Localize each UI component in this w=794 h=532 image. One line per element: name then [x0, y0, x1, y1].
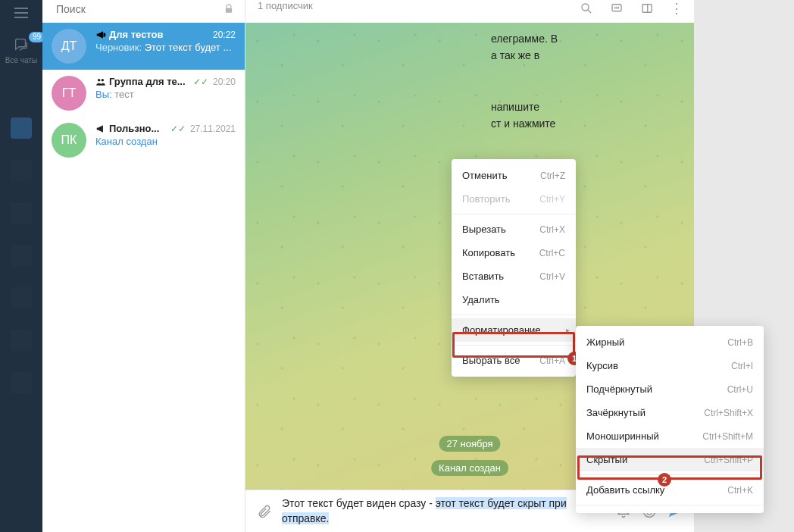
chat-title: Группа для те...	[109, 76, 190, 87]
more-menu-icon[interactable]: ⋮	[670, 0, 683, 17]
context-menu-edit: ОтменитьCtrl+Z ПовторитьCtrl+Y ВырезатьC…	[452, 159, 576, 377]
chats-icon	[11, 36, 31, 53]
megaphone-icon	[95, 30, 106, 40]
nav-item[interactable]	[11, 372, 32, 393]
read-checks-icon: ✓✓	[193, 77, 208, 87]
chat-title: Для тестов	[109, 29, 210, 40]
all-chats-label: Все чаты	[5, 56, 37, 64]
fmt-monospace[interactable]: МоноширинныйCtrl+Shift+M	[576, 424, 764, 448]
svg-point-1	[102, 78, 105, 81]
chat-item[interactable]: ДТ Для тестов 20:22 Черновик: Этот текст…	[42, 23, 245, 70]
avatar: ДТ	[52, 29, 86, 64]
ctx-select-all[interactable]: Выбрать всёCtrl+A	[452, 349, 576, 372]
all-chats-nav[interactable]: 99 Все чаты	[5, 36, 37, 64]
nav-item[interactable]	[11, 160, 32, 181]
chat-header: 1 подписчик ⋮	[245, 0, 694, 23]
svg-point-2	[582, 4, 589, 11]
chat-preview: Черновик: Этот текст будет ...	[95, 42, 236, 53]
chat-item[interactable]: ГТ Группа для те... ✓✓ 20:20 Вы: тест	[42, 70, 245, 117]
ctx-delete[interactable]: Удалить	[452, 288, 576, 311]
search-icon[interactable]	[579, 1, 594, 16]
chat-preview: Вы: тест	[95, 89, 236, 100]
nav-item[interactable]	[11, 202, 32, 224]
discussion-icon[interactable]	[609, 1, 624, 16]
nav-item[interactable]	[11, 287, 32, 308]
nav-item[interactable]	[11, 245, 32, 266]
chat-time: 27.11.2021	[190, 124, 236, 134]
menu-separator	[452, 345, 576, 346]
menu-separator	[452, 315, 576, 315]
search-row	[42, 0, 245, 23]
context-menu-formatting: ЖирныйCtrl+B КурсивCtrl+I ПодчёркнутыйCt…	[576, 326, 764, 513]
chat-time: 20:22	[213, 30, 236, 40]
sidebar-toggle-icon[interactable]	[639, 1, 655, 16]
partial-message-text: елеграмме. В а так же в напишите ст и на…	[491, 30, 688, 132]
megaphone-icon	[95, 124, 106, 134]
fmt-underline[interactable]: ПодчёркнутыйCtrl+U	[576, 377, 764, 401]
app-nav-sidebar: 99 Все чаты	[0, 0, 42, 532]
nav-item[interactable]	[11, 330, 32, 351]
avatar: ПК	[52, 123, 86, 158]
service-message: Канал создан	[431, 460, 508, 476]
fmt-spoiler[interactable]: СкрытыйCtrl+Shift+P	[576, 448, 764, 471]
avatar: ГТ	[52, 76, 86, 111]
fmt-bold[interactable]: ЖирныйCtrl+B	[576, 330, 764, 354]
fmt-italic[interactable]: КурсивCtrl+I	[576, 354, 764, 377]
menu-separator	[452, 214, 576, 214]
chat-preview: Канал создан	[95, 136, 236, 147]
date-separator: 27 ноября	[439, 436, 500, 452]
ctx-redo: ПовторитьCtrl+Y	[452, 187, 576, 211]
ctx-copy[interactable]: КопироватьCtrl+C	[452, 241, 576, 264]
group-icon	[95, 77, 106, 87]
chat-list-panel: ДТ Для тестов 20:22 Черновик: Этот текст…	[42, 0, 245, 532]
ctx-paste[interactable]: ВставитьCtrl+V	[452, 264, 576, 288]
attach-icon[interactable]	[256, 503, 273, 520]
ctx-formatting[interactable]: Форматирование▸	[452, 318, 576, 342]
lock-icon[interactable]	[220, 1, 237, 17]
chat-item[interactable]: ПК Пользно... ✓✓ 27.11.2021 Канал создан	[42, 117, 245, 164]
svg-point-0	[98, 78, 101, 81]
nav-item[interactable]	[11, 75, 32, 96]
menu-separator	[576, 505, 764, 505]
read-checks-icon: ✓✓	[170, 124, 186, 134]
nav-item-active[interactable]	[11, 117, 32, 139]
chat-title: Пользно...	[109, 123, 167, 134]
ctx-cut[interactable]: ВырезатьCtrl+X	[452, 217, 576, 241]
ctx-undo[interactable]: ОтменитьCtrl+Z	[452, 164, 576, 187]
annotation-badge: 2	[658, 473, 671, 487]
fmt-strikethrough[interactable]: ЗачёркнутыйCtrl+Shift+X	[576, 401, 764, 424]
search-input[interactable]	[56, 3, 220, 15]
chevron-right-icon: ▸	[566, 326, 570, 334]
chat-time: 20:20	[213, 77, 236, 87]
svg-rect-4	[642, 5, 652, 13]
menu-button[interactable]	[6, 2, 36, 24]
subscriber-count: 1 подписчик	[258, 0, 579, 11]
message-input[interactable]: Этот текст будет виден сразу - этот текс…	[282, 496, 606, 526]
